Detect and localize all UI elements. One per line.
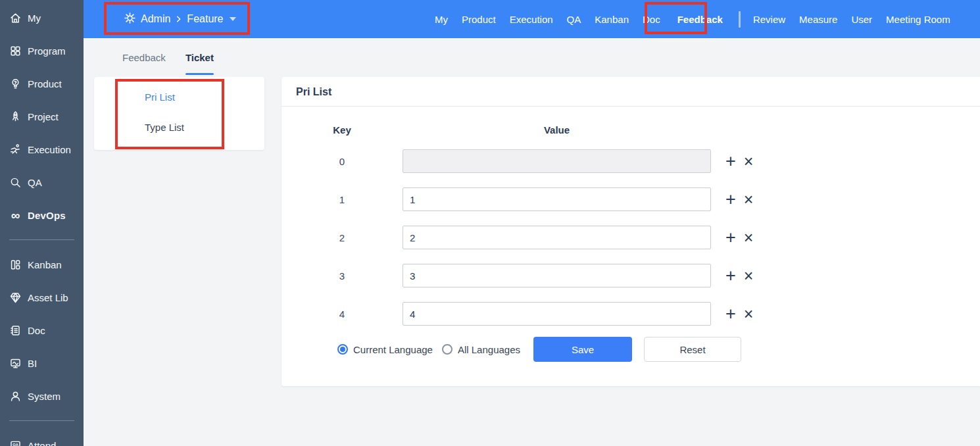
sidebar-item-attend[interactable]: OAAttend [0, 429, 84, 446]
sidebar-item-label: System [28, 391, 61, 402]
infinity-icon: ∞ [9, 209, 22, 222]
bi-icon [9, 357, 22, 370]
top-navigation: MyProductExecutionQAKanbanDocFeedbackRev… [431, 0, 954, 38]
topnav-item-measure[interactable]: Measure [796, 11, 841, 28]
sidebar-item-label: Execution [28, 144, 71, 155]
delete-row-icon[interactable]: × [744, 153, 754, 170]
chevron-down-icon[interactable] [230, 17, 236, 21]
panel-footer: Current LanguageAll Languages Save Reset [282, 337, 980, 362]
row-key: 2 [282, 232, 403, 243]
chevron-right-icon [175, 15, 182, 23]
sidebar-item-kanban[interactable]: Kanban [0, 248, 84, 281]
sidebar-item-execution[interactable]: Execution [0, 133, 84, 166]
topnav-item-kanban[interactable]: Kanban [591, 11, 632, 28]
row-key: 3 [282, 270, 403, 282]
add-row-icon[interactable]: + [725, 305, 736, 323]
sidebar-item-label: Attend [28, 440, 56, 446]
runner-icon [9, 143, 22, 156]
topnav-item-my[interactable]: My [431, 11, 451, 28]
sidebar-item-devops[interactable]: ∞DevOps [0, 199, 84, 232]
sidebar-item-label: QA [28, 177, 42, 188]
sidebar-divider [9, 420, 74, 421]
gear-icon [124, 12, 136, 27]
row-key: 0 [282, 156, 403, 167]
add-row-icon[interactable]: + [725, 153, 736, 170]
radio-label-current-language[interactable]: Current Language [353, 344, 433, 355]
topnav-item-doc[interactable]: Doc [639, 11, 664, 28]
attend-icon: OA [9, 439, 22, 446]
tabs-row: FeedbackTicket [84, 38, 980, 77]
topnav-item-execution[interactable]: Execution [506, 11, 556, 28]
rocket-icon [9, 111, 22, 123]
sidebar-item-product[interactable]: Product [0, 67, 84, 100]
topnav-item-meeting-room[interactable]: Meeting Room [883, 11, 954, 28]
value-input[interactable] [403, 302, 711, 326]
sidebar-item-project[interactable]: Project [0, 100, 84, 133]
value-input[interactable] [403, 226, 711, 249]
topnav-item-review[interactable]: Review [750, 11, 789, 28]
table-row: 0+× [282, 142, 980, 180]
radio-current-language[interactable] [337, 344, 348, 355]
row-actions: +× [725, 267, 753, 285]
add-row-icon[interactable]: + [725, 229, 736, 247]
reset-button[interactable]: Reset [644, 337, 741, 362]
save-button[interactable]: Save [533, 337, 632, 362]
delete-row-icon[interactable]: × [744, 268, 754, 284]
search-icon [9, 176, 22, 189]
topnav-item-qa[interactable]: QA [564, 11, 585, 28]
svg-text:OA: OA [12, 443, 18, 446]
value-input [403, 149, 711, 173]
table-row: 3+× [282, 257, 980, 295]
sidebar-item-label: Program [28, 45, 66, 57]
tab-ticket[interactable]: Ticket [185, 49, 214, 66]
topnav-divider [739, 11, 741, 28]
sidebar-item-program[interactable]: Program [0, 34, 84, 67]
sidebar-item-label: Doc [28, 325, 45, 336]
value-input[interactable] [403, 264, 711, 287]
sidebar-item-system[interactable]: System [0, 380, 84, 412]
tab-feedback[interactable]: Feedback [122, 49, 166, 66]
kanban-icon [9, 259, 22, 271]
sidebar: MyProgramProductProjectExecutionQA∞DevOp… [0, 0, 84, 446]
sidebar-item-label: DevOps [28, 210, 66, 221]
add-row-icon[interactable]: + [725, 267, 736, 285]
sidebar-item-label: BI [28, 358, 37, 369]
user-icon [9, 390, 22, 403]
sidebar-item-label: My [28, 12, 41, 24]
topnav-item-product[interactable]: Product [458, 11, 499, 28]
table-row: 2+× [282, 218, 980, 257]
row-key: 1 [282, 194, 403, 205]
delete-row-icon[interactable]: × [744, 306, 754, 322]
breadcrumb-admin[interactable]: Admin [141, 13, 170, 25]
page: MyProgramProductProjectExecutionQA∞DevOp… [0, 0, 980, 446]
value-column-header: Value [403, 124, 711, 136]
sidebar-item-doc[interactable]: Doc [0, 314, 84, 347]
value-input[interactable] [403, 187, 711, 211]
add-row-icon[interactable]: + [725, 191, 736, 209]
submenu-item-type-list[interactable]: Type List [94, 112, 264, 142]
row-actions: +× [725, 229, 753, 247]
submenu-card: Pri ListType List [94, 77, 264, 150]
table-rows: 0+×1+×2+×3+×4+× [282, 142, 980, 333]
sidebar-item-label: Kanban [28, 259, 62, 270]
breadcrumb-feature[interactable]: Feature [187, 13, 223, 25]
sidebar-item-label: Project [28, 111, 59, 122]
radio-label-all-languages[interactable]: All Languages [458, 344, 520, 355]
radio-all-languages[interactable] [442, 344, 453, 355]
breadcrumb: Admin Feature [124, 0, 236, 38]
topbar: Admin Feature MyProductExecutionQAKanban… [84, 0, 980, 38]
topnav-item-feedback[interactable]: Feedback [671, 5, 729, 34]
topnav-item-user[interactable]: User [848, 11, 875, 28]
home-icon [9, 12, 22, 24]
sidebar-item-label: Asset Lib [28, 292, 68, 303]
sidebar-item-label: Product [28, 78, 62, 89]
sidebar-item-qa[interactable]: QA [0, 166, 84, 199]
table-header: Key Value [282, 117, 980, 142]
sidebar-item-bi[interactable]: BI [0, 347, 84, 380]
sidebar-item-my[interactable]: My [0, 1, 84, 34]
sidebar-item-asset-lib[interactable]: Asset Lib [0, 281, 84, 314]
submenu-item-pri-list[interactable]: Pri List [94, 82, 264, 112]
delete-row-icon[interactable]: × [744, 230, 754, 246]
bulb-icon [9, 78, 22, 90]
delete-row-icon[interactable]: × [744, 191, 754, 208]
